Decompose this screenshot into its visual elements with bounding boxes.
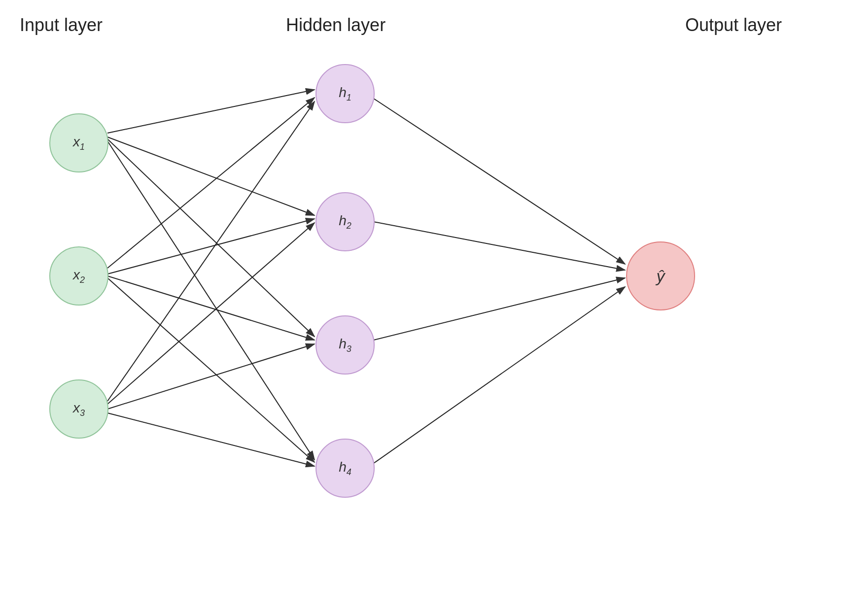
hidden-node-h4: h4 bbox=[316, 439, 375, 498]
input-node-x3: x3 bbox=[49, 379, 108, 439]
svg-line-6 bbox=[107, 219, 315, 274]
svg-line-14 bbox=[374, 222, 625, 270]
svg-line-11 bbox=[107, 344, 315, 409]
hidden-layer-label: Hidden layer bbox=[286, 15, 386, 35]
input-layer-label: Input layer bbox=[20, 15, 103, 35]
svg-line-1 bbox=[107, 90, 315, 133]
svg-line-8 bbox=[107, 278, 315, 462]
hidden-node-h1: h1 bbox=[316, 64, 375, 123]
svg-line-7 bbox=[107, 276, 315, 340]
neural-network-diagram: Input layer Hidden layer Output layer bbox=[0, 0, 842, 616]
svg-line-12 bbox=[107, 413, 315, 466]
connection-arrows bbox=[0, 0, 842, 616]
output-layer-label: Output layer bbox=[685, 15, 782, 35]
svg-line-3 bbox=[107, 139, 315, 337]
svg-line-9 bbox=[107, 102, 315, 401]
output-node-yhat: ŷ bbox=[626, 241, 695, 310]
svg-line-16 bbox=[374, 287, 625, 463]
svg-line-10 bbox=[107, 223, 315, 404]
svg-line-5 bbox=[107, 98, 315, 268]
svg-line-13 bbox=[374, 99, 625, 264]
input-node-x2: x2 bbox=[49, 246, 108, 306]
hidden-node-h2: h2 bbox=[316, 192, 375, 251]
svg-line-2 bbox=[107, 137, 315, 215]
input-node-x1: x1 bbox=[49, 113, 108, 172]
svg-line-4 bbox=[107, 141, 315, 460]
hidden-node-h3: h3 bbox=[316, 315, 375, 375]
svg-line-15 bbox=[374, 278, 625, 340]
